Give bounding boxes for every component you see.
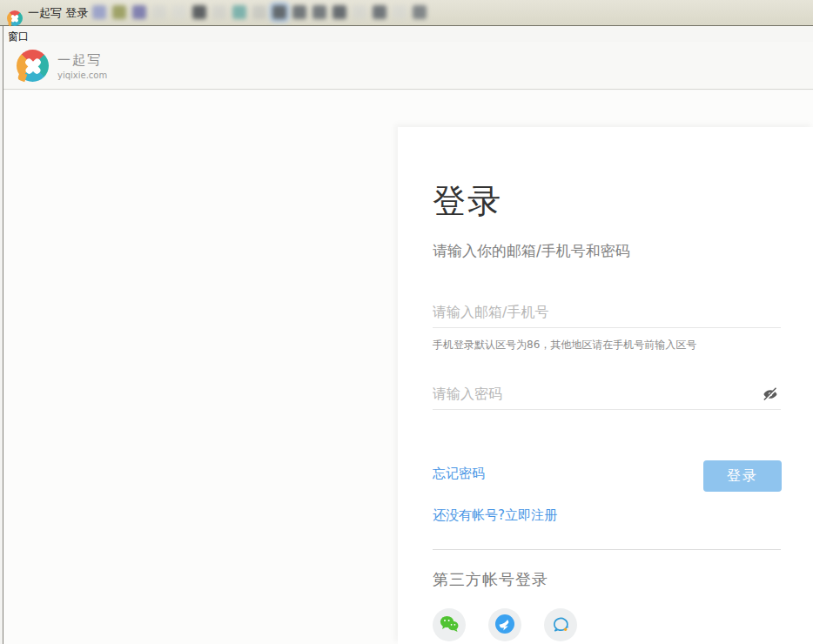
- wechat-icon: [438, 613, 460, 638]
- chat-login-button[interactable]: [544, 608, 577, 641]
- ghost-icon: [252, 5, 266, 19]
- login-card: 登录 请输入你的邮箱/手机号和密码 手机登录默认区号为86，其他地区请在手机号前…: [398, 127, 813, 644]
- brand-header: 一起写 yiqixie.com: [0, 42, 813, 90]
- login-button[interactable]: 登录: [703, 460, 782, 492]
- account-hint: 手机登录默认区号为86，其他地区请在手机号前输入区号: [433, 338, 696, 352]
- brand-domain: yiqixie.com: [57, 70, 107, 80]
- forgot-password-link[interactable]: 忘记密码: [433, 466, 485, 482]
- ghost-icon: [373, 5, 386, 19]
- login-heading: 登录: [433, 179, 502, 224]
- dingtalk-icon: [494, 613, 516, 638]
- password-input[interactable]: [433, 379, 781, 410]
- third-party-login-row: [433, 608, 577, 641]
- window-title: 一起写 登录: [28, 5, 88, 21]
- brand-name: 一起写: [57, 52, 107, 69]
- wechat-login-button[interactable]: [433, 608, 466, 641]
- divider: [433, 549, 781, 550]
- ghost-icon: [272, 5, 286, 19]
- ghost-icon: [393, 5, 406, 19]
- app-logo-icon: [7, 10, 23, 26]
- ghost-icon: [312, 5, 326, 19]
- ghost-icon: [172, 5, 186, 19]
- yiqixie-logo-icon: [17, 50, 49, 82]
- ghost-icon: [212, 5, 226, 19]
- third-party-title: 第三方帐号登录: [433, 569, 548, 590]
- dingtalk-login-button[interactable]: [488, 608, 521, 641]
- ghost-icon: [152, 5, 166, 19]
- ghost-icons: [92, 5, 433, 19]
- ghost-icon: [92, 5, 106, 19]
- ghost-icon: [192, 5, 206, 19]
- ghost-icon: [413, 5, 427, 19]
- menu-bar: 窗口: [0, 27, 813, 42]
- ghost-icon: [232, 5, 246, 19]
- ghost-icon: [333, 5, 346, 19]
- ghost-icon: [292, 5, 306, 19]
- register-link[interactable]: 还没有帐号?立即注册: [433, 507, 557, 524]
- title-bar: 一起写 登录: [0, 0, 813, 26]
- app-window: 一起写 登录 窗口 一起写 yiqixie.com 登录 请输入你的邮箱/手机号…: [0, 0, 813, 644]
- ghost-icon: [112, 5, 126, 19]
- account-input[interactable]: [433, 297, 781, 328]
- ghost-icon: [132, 5, 146, 19]
- chat-bubble-icon: [549, 613, 572, 638]
- brand: 一起写 yiqixie.com: [17, 50, 107, 82]
- login-subtitle: 请输入你的邮箱/手机号和密码: [433, 241, 630, 261]
- eye-off-icon: [762, 392, 779, 406]
- toggle-password-visibility-button[interactable]: [762, 386, 779, 403]
- ghost-icon: [353, 5, 366, 19]
